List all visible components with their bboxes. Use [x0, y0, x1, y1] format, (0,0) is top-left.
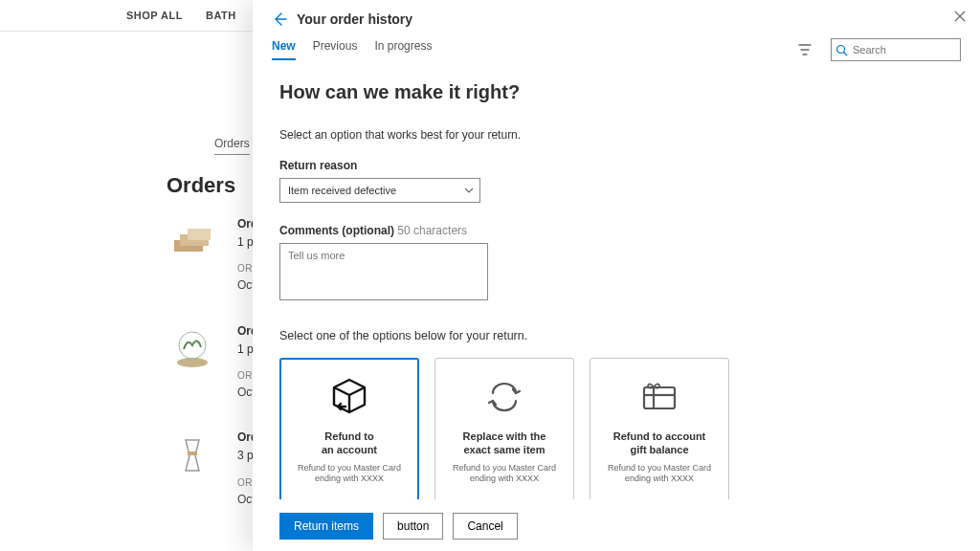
return-items-button[interactable]: Return items	[279, 513, 373, 540]
comments-hint: 50 characters	[397, 224, 467, 237]
svg-rect-2	[188, 229, 211, 240]
nav-item[interactable]: BATH	[206, 10, 236, 21]
panel-tabs: New Previous In progress	[272, 39, 432, 60]
filter-icon[interactable]	[798, 43, 812, 56]
reason-value: Item received defective	[288, 185, 396, 196]
panel-title: Your order history	[297, 11, 412, 27]
secondary-button[interactable]: button	[383, 513, 443, 540]
tab-in-progress[interactable]: In progress	[374, 39, 432, 60]
option-subtitle: Refund to you Master Card ending with XX…	[602, 463, 717, 485]
option-subtitle: Refund to you Master Card ending with XX…	[447, 463, 562, 485]
nav-item[interactable]: SHOP ALL	[126, 10, 183, 21]
reason-select[interactable]: Item received defective	[279, 178, 480, 203]
subnav-orders[interactable]: Orders	[214, 137, 250, 155]
gift-card-icon	[638, 376, 680, 418]
svg-rect-8	[644, 387, 675, 408]
search-input[interactable]	[831, 38, 961, 61]
headline: How can we make it right?	[279, 81, 953, 103]
swap-icon	[483, 376, 525, 418]
close-icon[interactable]	[953, 10, 967, 23]
order-thumbnail	[167, 215, 218, 267]
box-return-icon	[328, 376, 370, 418]
option-title: Replace with theexact same item	[463, 430, 546, 457]
option-title: Refund toan account	[322, 430, 377, 457]
tab-new[interactable]: New	[272, 39, 296, 60]
return-options: Refund toan account Refund to you Master…	[279, 358, 953, 499]
tab-previous[interactable]: Previous	[313, 39, 358, 60]
svg-rect-5	[188, 452, 197, 455]
reason-label: Return reason	[279, 159, 953, 172]
order-thumbnail	[167, 322, 218, 374]
back-arrow-icon[interactable]	[272, 11, 287, 27]
option-gift-balance[interactable]: Refund to accountgift balance Refund to …	[590, 358, 729, 499]
option-subtitle: Refund to you Master Card ending with XX…	[293, 463, 406, 485]
cancel-button[interactable]: Cancel	[453, 513, 517, 540]
option-refund-account[interactable]: Refund toan account Refund to you Master…	[279, 358, 419, 499]
order-thumbnail	[167, 429, 218, 480]
option-replace[interactable]: Replace with theexact same item Refund t…	[434, 358, 574, 499]
order-history-panel: Your order history New Previous In progr…	[253, 0, 980, 551]
option-title: Refund to accountgift balance	[613, 430, 706, 457]
comments-input[interactable]	[279, 243, 488, 300]
comments-label: Comments (optional) 50 characters	[279, 224, 953, 237]
options-instruction: Select one of the options below for your…	[279, 329, 953, 342]
search-box	[831, 38, 961, 61]
panel-footer: Return items button Cancel	[253, 499, 980, 551]
chevron-down-icon	[464, 186, 474, 195]
instruction-text: Select an option that works best for you…	[279, 128, 953, 142]
